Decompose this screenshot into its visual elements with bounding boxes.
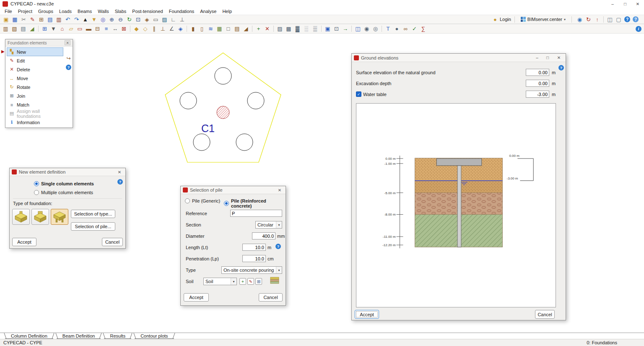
maximize-button[interactable]: □ xyxy=(619,0,631,8)
documentation-icon[interactable]: ? xyxy=(633,16,639,22)
menu-help[interactable]: Help xyxy=(219,8,235,14)
panel-item-information[interactable]: ℹ Information xyxy=(7,118,63,127)
floor-plan-icon[interactable]: ▥ xyxy=(2,25,10,33)
cross-section-icon[interactable]: ▤ xyxy=(19,25,27,33)
help-icon[interactable]: ? xyxy=(275,244,281,249)
panel-item-move[interactable]: ↔ Move xyxy=(7,74,63,83)
type-select[interactable]: On-site concrete pouring ▾ xyxy=(221,266,282,274)
reports-icon[interactable]: ▥ xyxy=(55,16,63,23)
accept-button[interactable]: Accept xyxy=(355,310,379,319)
close-icon[interactable]: ✕ xyxy=(554,55,564,60)
text-annotation-icon[interactable]: T xyxy=(384,25,392,33)
panel-item-delete[interactable]: ✕ Delete xyxy=(7,65,63,74)
footing-type-strip-button[interactable] xyxy=(31,209,49,225)
undo-icon[interactable]: ↶ xyxy=(64,16,72,23)
menu-analyse[interactable]: Analyse xyxy=(197,8,219,14)
length-input[interactable] xyxy=(242,244,266,251)
panel-item-rotate[interactable]: ↻ Rotate xyxy=(7,83,63,91)
panel-item-join[interactable]: ⊞ Join xyxy=(7,91,63,100)
menu-foundations[interactable]: Foundations xyxy=(166,8,197,14)
stairs-icon[interactable]: ▤ xyxy=(233,25,241,33)
solid-view-icon[interactable]: ▓ xyxy=(293,25,301,33)
cancel-button[interactable]: Cancel xyxy=(102,238,123,246)
cut-icon[interactable]: ✂ xyxy=(20,16,28,23)
bim-web-icon[interactable]: ◉ xyxy=(576,16,584,23)
section-select[interactable]: Circular ▾ xyxy=(255,221,282,229)
help-icon[interactable]: ? xyxy=(558,65,564,70)
slab-icon[interactable]: ▦ xyxy=(216,25,223,33)
reference-input[interactable] xyxy=(230,210,282,217)
minimize-button[interactable]: – xyxy=(606,0,619,8)
beam-align-icon[interactable]: ≡ xyxy=(102,25,110,33)
bim-update-icon[interactable]: ↻ xyxy=(584,16,592,23)
panel-item-match[interactable]: ≡ Match xyxy=(7,100,63,109)
capture-image-icon[interactable]: ▨ xyxy=(161,16,169,23)
measure-icon[interactable]: ⊥ xyxy=(178,16,186,23)
loads-icon[interactable]: ▼ xyxy=(49,25,57,33)
soil-layers-icon[interactable] xyxy=(270,276,280,284)
panel-close-icon[interactable]: ✕ xyxy=(65,40,70,45)
remote-screen-icon[interactable]: ▢ xyxy=(615,16,623,23)
pile-cap-icon[interactable]: ◇ xyxy=(141,25,149,33)
snapshot-icon[interactable]: ◉ xyxy=(363,25,371,33)
maximize-icon[interactable]: □ xyxy=(543,55,552,60)
zoom-window-icon[interactable]: ⊡ xyxy=(134,16,142,23)
soil-table-icon[interactable]: ⊞ xyxy=(255,278,262,285)
general-data-icon[interactable]: ▤ xyxy=(46,16,54,23)
tab-contour-plots[interactable]: Contour plots xyxy=(135,333,174,339)
user-connections-icon[interactable]: ◫ xyxy=(606,16,614,23)
menu-groups[interactable]: Groups xyxy=(35,8,56,14)
wall-opening-icon[interactable]: ▯ xyxy=(198,25,206,33)
beam-continuous-icon[interactable]: ▬ xyxy=(85,25,93,33)
help-icon[interactable]: ? xyxy=(66,65,71,70)
delete-element-icon[interactable]: ✕ xyxy=(263,25,271,33)
panel-item-new[interactable]: ▚ New xyxy=(7,47,63,56)
pile-reinforced-concrete-option[interactable]: Pile (Reinforced concrete) xyxy=(224,198,286,208)
cancel-button[interactable]: Cancel xyxy=(259,293,283,302)
menu-file[interactable]: File xyxy=(2,8,15,14)
tab-column-definition[interactable]: Column Definition xyxy=(5,333,53,339)
footing-angle-icon[interactable]: ∠ xyxy=(168,25,176,33)
tab-results[interactable]: Results xyxy=(104,333,131,339)
add-element-icon[interactable]: + xyxy=(254,25,262,33)
layer-visibility-icon[interactable]: ▼ xyxy=(90,16,98,23)
pile-generic-option[interactable]: Pile (Generic) xyxy=(185,198,220,203)
diameter-input[interactable] xyxy=(252,232,275,239)
surface-elevation-input[interactable] xyxy=(526,69,549,76)
footing-type-pile-cap-button[interactable] xyxy=(51,209,68,225)
penetration-input[interactable] xyxy=(242,255,266,262)
accept-button[interactable]: Accept xyxy=(184,293,209,302)
menu-post-tensioned[interactable]: Post-tensioned xyxy=(129,8,166,14)
exit-icon[interactable]: ↪ xyxy=(66,55,70,61)
hatch-view-icon[interactable]: ▨ xyxy=(276,25,284,33)
full-view-icon[interactable]: ▭ xyxy=(152,16,160,23)
zoom-out-icon[interactable]: ⊖ xyxy=(117,16,125,23)
ortho-mode-icon[interactable]: ∟ xyxy=(169,16,177,23)
analysis-icon[interactable]: ∑ xyxy=(419,25,427,33)
new-foundation-beam-icon[interactable]: ▭ xyxy=(76,25,84,33)
strap-beam-icon[interactable]: ∥ xyxy=(150,25,158,33)
selection-of-pile-button[interactable]: Selection of pile... xyxy=(71,222,115,231)
multiple-column-option[interactable]: Multiple column elements xyxy=(34,190,93,195)
redraw-icon[interactable]: ↻ xyxy=(125,16,133,23)
bimserver-center-button[interactable]: BIMserver.center ▾ xyxy=(518,17,568,22)
ramp-icon[interactable]: ◢ xyxy=(242,25,250,33)
ifc-model-icon[interactable]: ◫ xyxy=(354,25,362,33)
panel-item-edit[interactable]: ✎ Edit xyxy=(7,56,63,65)
up-group-icon[interactable]: ▲ xyxy=(81,16,89,23)
wall-icon[interactable]: ▮ xyxy=(189,25,197,33)
3d-model-icon[interactable]: ▧ xyxy=(10,25,18,33)
dialog-title-bar[interactable]: Ground elevations – □ ✕ xyxy=(352,54,566,62)
bim-export-icon[interactable]: ↑ xyxy=(593,16,601,23)
pad-footing-icon[interactable]: ◆ xyxy=(132,25,140,33)
close-button[interactable]: ✕ xyxy=(631,0,644,8)
slab-opening-icon[interactable]: □ xyxy=(224,25,232,33)
bim-link-icon[interactable]: ∞ xyxy=(402,25,410,33)
beam-extend-icon[interactable]: ↔ xyxy=(111,25,119,33)
water-table-input[interactable] xyxy=(526,91,549,98)
water-table-checkbox[interactable]: ✓ xyxy=(356,91,361,97)
dialog-title-bar[interactable]: Selection of pile ✕ xyxy=(181,186,286,194)
footing-node-icon[interactable]: ◈ xyxy=(177,25,184,33)
level-icon[interactable]: ≋ xyxy=(207,25,215,33)
texture-view-icon[interactable]: ▩ xyxy=(285,25,293,33)
